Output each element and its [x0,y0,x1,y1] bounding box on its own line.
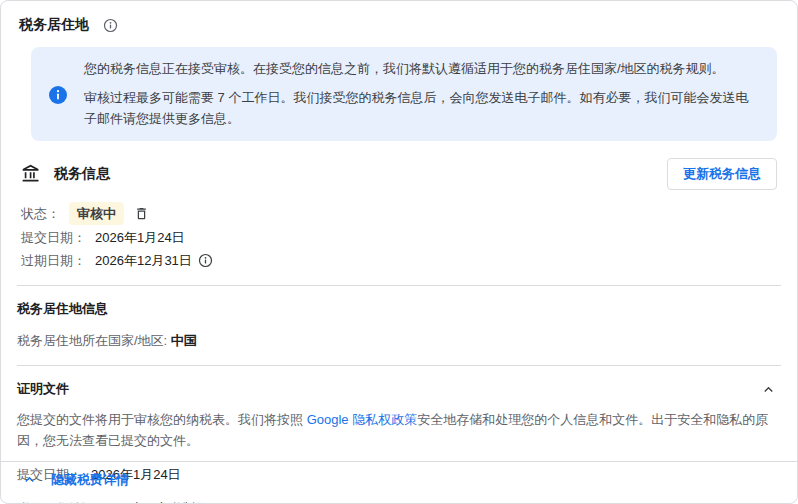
bank-icon [21,164,41,184]
residence-country-row: 税务居住地所在国家/地区: 中国 [17,330,777,351]
residence-country-value: 中国 [171,333,197,348]
privacy-policy-link[interactable]: Google 隐私权政策 [307,412,418,427]
update-tax-info-button[interactable]: 更新税务信息 [667,158,777,190]
page-title: 税务居住地 [19,16,89,34]
chevron-up-icon[interactable] [760,381,777,398]
info-icon[interactable] [103,18,118,33]
submit-date-value: 2026年1月24日 [95,227,185,248]
tax-info-header: 税务信息 更新税务信息 [1,141,797,202]
residence-info-section: 税务居住地信息 税务居住地所在国家/地区: 中国 [1,286,797,351]
status-row: 状态： 审核中 [21,202,777,225]
trash-icon [134,206,149,221]
submit-date-label: 提交日期： [21,227,86,248]
residence-country-label: 税务居住地所在国家/地区: [17,333,167,348]
info-filled-icon [49,60,67,129]
tax-info-rows: 状态： 审核中 提交日期： 2026年1月24日 过期日期： 2026年12月3… [1,202,797,271]
expiry-date-row: 过期日期： 2026年12月31日 [21,250,777,271]
documents-header: 证明文件 [17,380,777,398]
expiry-date-value: 2026年12月31日 [95,250,192,271]
residence-info-heading: 税务居住地信息 [17,300,777,318]
review-info-banner: 您的税务信息正在接受审核。在接受您的信息之前，我们将默认遵循适用于您的税务居住国… [31,47,777,141]
page-title-row: 税务居住地 [1,1,797,40]
status-label: 状态： [21,203,60,224]
status-badge: 审核中 [69,202,124,225]
banner-line-2: 审核过程最多可能需要 7 个工作日。我们接受您的税务信息后，会向您发送电子邮件。… [84,87,759,129]
tax-residence-panel: 税务居住地 您的税务信息正在接受审核。在接受您的信息之前，我们将默认遵循适用于您… [0,0,798,504]
banner-line-1: 您的税务信息正在接受审核。在接受您的信息之前，我们将默认遵循适用于您的税务居住国… [84,58,759,79]
documents-description: 您提交的文件将用于审核您的纳税表。我们将按照 Google 隐私权政策安全地存储… [17,409,777,451]
hide-tax-details-label: 隐藏税费详情 [51,471,129,489]
info-icon[interactable] [198,253,213,268]
banner-text: 您的税务信息正在接受审核。在接受您的信息之前，我们将默认遵循适用于您的税务居住国… [84,58,759,129]
documents-desc-text: 您提交的文件将用于审核您的纳税表。我们将按照 [17,412,307,427]
hide-tax-details-toggle[interactable]: 隐藏税费详情 [21,471,129,489]
expiry-date-label: 过期日期： [21,250,86,271]
submit-date-row: 提交日期： 2026年1月24日 [21,227,777,248]
chevron-up-icon [21,471,38,488]
tax-info-title: 税务信息 [54,165,110,183]
documents-heading: 证明文件 [17,380,69,398]
footer: 隐藏税费详情 [1,461,797,504]
delete-tax-info-button[interactable] [134,206,149,221]
